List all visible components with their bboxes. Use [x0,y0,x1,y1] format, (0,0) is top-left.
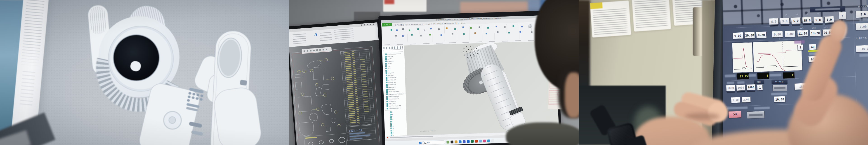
tree-item-label: ASM_TOP [388,58,393,59]
creo-3d-canvas[interactable]: インスタンス ジェネリック [404,41,559,136]
taskbar-app-icon[interactable] [475,140,477,143]
tree-item-label: FUNBAN_MIST_SPLASH_DENTAL.ASM [389,93,407,95]
taskbar-app-icon[interactable] [463,140,465,143]
ribbon-tab[interactable]: ビュー [442,23,447,24]
surface-label: F [393,123,393,124]
value-box[interactable]: 1000 [736,85,745,91]
keypad-buttons [187,92,204,105]
surface-icon [390,112,392,113]
value-box[interactable]: 5.0 [791,18,801,24]
ribbon-icon-group[interactable] [334,28,354,40]
surface-icon [391,125,392,127]
surface-label: I [393,130,393,131]
part-outline [309,112,318,121]
taskbar-search[interactable]: 検索 [423,140,445,145]
value-box[interactable]: 0.00 [772,31,783,38]
ribbon-tab[interactable]: モデル [395,24,400,26]
meter-shot-box[interactable]: 1 [798,45,803,50]
tree-item-label: GRIP_B.PRT [388,75,394,76]
stage-selector-box[interactable]: 4 [839,12,846,20]
value-box[interactable]: 5.0 [813,17,823,23]
value-box[interactable]: 2.00 [742,97,751,103]
component-icon [385,77,387,79]
on-button[interactable]: ON [728,111,741,118]
surface-label: E [393,121,393,122]
vp-switch-button[interactable] [772,84,787,91]
text-style-icon[interactable]: A [314,32,318,37]
taskbar-app-icon[interactable] [483,140,486,142]
balloon-callout [324,58,328,62]
notification-icon[interactable] [387,137,388,139]
label-blur [727,81,734,84]
ribbon-tab[interactable]: マネキン [431,23,437,25]
tree-divider [385,110,405,111]
start-button-icon[interactable] [419,142,421,144]
title-block-text [349,132,365,135]
value-box[interactable]: 0.00 [784,30,796,38]
tab-file[interactable]: ファイル [382,23,392,26]
surface-icon [390,121,392,122]
ribbon-tab[interactable]: 解析 [400,24,403,26]
sv-labels-row: SV3SV2SV1 [796,26,833,30]
value-box[interactable]: 1000 [726,85,735,91]
ribbon-tab[interactable]: フレーム [446,22,453,24]
ribbon-tab[interactable]: ライブシミュレーション [403,24,420,26]
value-box[interactable]: 5.0 [825,16,834,23]
balloon-callout [298,111,302,115]
taskbar-app-icon[interactable] [491,139,494,142]
value-box[interactable]: 18.70 [810,30,821,37]
delay-time-box[interactable]: 10.00 [774,96,785,102]
title-block: 2022.3.18 [346,125,376,141]
surface-label: B [393,114,393,115]
tree-filter-input[interactable] [383,49,403,52]
tree-item-label: TSUMAMIMAWASHI.PRT [389,107,401,109]
taskbar-app-icon[interactable] [446,141,449,143]
surface-icon [391,132,392,134]
decomp-sd-box[interactable]: 0.00 [856,23,868,30]
ribbon-icons[interactable] [391,29,392,31]
value-box[interactable]: 1000 [746,84,756,90]
title-block-text [350,138,362,140]
value-box[interactable]: 5.0 [780,18,790,24]
showerhead-model [456,41,527,136]
part-outline [295,82,302,90]
person-neck [565,72,579,118]
person-shoulder [506,122,579,145]
drawing-screen: A [289,22,388,145]
hold-stage-box[interactable]: 1 [757,84,763,91]
component-icon [385,70,387,72]
position-row: 0.000.0011.0018.7020.00 [772,29,834,38]
tree-header-icons[interactable] [383,46,403,49]
taskbar-app-icon[interactable] [455,141,457,143]
taskbar-app-icon[interactable] [459,140,461,143]
model-tree-item[interactable]: TSUMAMIMAWASHI.PRT [384,107,406,110]
meter-value-box[interactable]: 40 [809,44,816,50]
company-name-text [349,134,370,137]
value-box[interactable]: 9.00 [733,32,743,39]
ribbon-icons[interactable] [395,35,397,37]
pressure-row-left: 9.0020.000.20 [733,31,767,39]
value-box[interactable]: 0.00 [731,97,740,103]
value-box[interactable]: 0.20 [756,31,767,38]
taskbar-app-icon[interactable] [487,139,490,142]
taskbar-app-icon[interactable] [479,140,482,142]
ribbon-tab[interactable]: ツール [437,23,442,25]
ribbon-tab[interactable]: アプリケーション [453,22,465,24]
decomp-speed-box[interactable]: 5.0 [856,11,868,18]
tree-item-label: 2.6-Y05591.PRT [388,81,396,83]
taskbar-app-icon[interactable] [451,141,453,143]
taskbar-app-icon[interactable] [471,140,473,143]
metering-banner-blur [794,40,804,44]
ribbon-tab[interactable]: アノテーション [420,23,431,25]
metering-decomp-box[interactable]: 16.1 [856,45,868,53]
value-box[interactable]: 5.0 [769,18,779,25]
ribbon-icon-group[interactable] [320,32,332,42]
mode-button[interactable] [747,111,765,119]
component-icon [386,96,388,97]
taskbar-app-icon[interactable] [467,140,469,143]
component-icon [386,84,388,86]
value-box[interactable]: 11.00 [797,30,808,37]
value-box[interactable]: 20.00 [744,32,755,39]
ribbon-icon-group[interactable] [292,33,306,44]
value-box[interactable]: 25.0 [802,17,812,24]
